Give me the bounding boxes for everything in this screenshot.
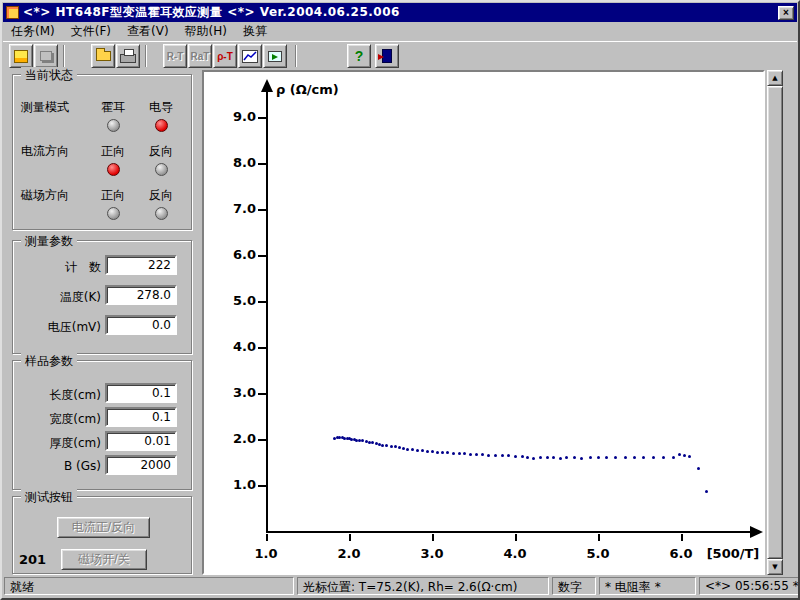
status-numlock: 数字 [552, 577, 596, 595]
scroll-down-icon: ▼ [772, 563, 777, 571]
data-point [463, 452, 466, 455]
field-toggle-button[interactable]: 磁场开/关 [61, 549, 147, 570]
stop-button[interactable] [34, 44, 58, 68]
data-point [494, 454, 497, 457]
menu-help[interactable]: 帮助(H) [177, 21, 235, 42]
length-label: 长度(cm) [17, 387, 101, 404]
data-point [361, 439, 364, 442]
status-cursor-info: 光标位置: T=75.2(K), Rh= 2.6(Ω·cm) [297, 577, 549, 595]
data-point [501, 454, 504, 457]
rat-curve-icon: RaT [191, 51, 210, 62]
voltage-input[interactable] [105, 315, 177, 335]
voltage-label: 电压(mV) [17, 319, 101, 336]
run-button[interactable] [9, 44, 33, 68]
graph-button[interactable] [238, 44, 262, 68]
y-tick [258, 393, 266, 395]
x-tick [266, 534, 268, 541]
x-axis-arrow [750, 526, 763, 538]
scroll-thumb[interactable] [767, 86, 783, 559]
width-label: 宽度(cm) [17, 411, 101, 428]
data-point [705, 490, 708, 493]
current-toggle-button[interactable]: 电流正/反向 [57, 517, 150, 538]
x-tick-label: 3.0 [412, 546, 452, 562]
current-reverse-led[interactable] [155, 163, 168, 176]
data-point [436, 451, 439, 454]
scroll-up-icon: ▲ [772, 74, 777, 82]
chart-area: ρ (Ω/cm) [500/T] 9.08.07.06.05.04.03.02.… [202, 70, 765, 575]
open-folder-icon [96, 51, 111, 61]
sample-params-group: 样品参数 长度(cm) 宽度(cm) 厚度(cm) B (Gs) [12, 360, 192, 490]
x-tick [432, 534, 434, 541]
y-tick-label: 9.0 [216, 109, 256, 125]
resistivity-chart[interactable]: ρ (Ω/cm) [500/T] 9.08.07.06.05.04.03.02.… [204, 72, 763, 573]
current-forward-label: 正向 [91, 143, 135, 160]
data-point [426, 450, 429, 453]
exit-door-icon [382, 49, 392, 63]
menu-convert[interactable]: 换算 [235, 21, 275, 42]
print-button[interactable] [116, 44, 140, 68]
rt-curve-button[interactable]: R-T [163, 44, 187, 68]
title-bar[interactable]: <*> HT648F型变温霍耳效应测量 <*> Ver.2004.06.25.0… [3, 3, 797, 22]
y-tick [258, 209, 266, 211]
menu-bar: 任务(M) 文件(F) 查看(V) 帮助(H) 换算 [3, 22, 797, 41]
data-point [431, 450, 434, 453]
current-reverse-label: 反向 [139, 143, 183, 160]
thickness-input[interactable] [105, 431, 177, 451]
data-point [402, 447, 405, 450]
data-point [521, 455, 524, 458]
rat-curve-button[interactable]: RaT [188, 44, 212, 68]
data-point [589, 456, 592, 459]
option-hall-label: 霍耳 [91, 99, 135, 116]
field-reverse-label: 反向 [139, 187, 183, 204]
hall-mode-led[interactable] [107, 119, 120, 132]
count-input[interactable] [105, 255, 177, 275]
toolbar-separator [145, 45, 147, 67]
conduct-mode-led[interactable] [155, 119, 168, 132]
scroll-down-button[interactable]: ▼ [767, 559, 783, 575]
close-button[interactable]: × [778, 6, 794, 20]
data-point [481, 453, 484, 456]
y-axis-arrow [261, 79, 273, 92]
rho-t-curve-button[interactable]: ρ-T [213, 44, 237, 68]
app-icon [6, 6, 19, 19]
y-tick-label: 4.0 [216, 339, 256, 355]
measure-params-group: 测量参数 计 数 温度(K) 电压(mV) [12, 240, 192, 354]
option-conduct-label: 电导 [139, 99, 183, 116]
x-tick [598, 534, 600, 541]
x-tick-label: 4.0 [495, 546, 535, 562]
x-tick-label: 1.0 [246, 546, 286, 562]
group-title: 测试按钮 [21, 489, 77, 506]
x-tick [681, 534, 683, 541]
y-tick-label: 2.0 [216, 431, 256, 447]
menu-view[interactable]: 查看(V) [119, 21, 177, 42]
thickness-label: 厚度(cm) [17, 435, 101, 452]
bfield-input[interactable] [105, 455, 177, 475]
export-button[interactable] [263, 44, 287, 68]
data-point [678, 453, 681, 456]
data-point [514, 455, 517, 458]
y-tick [258, 117, 266, 119]
exit-button[interactable] [375, 44, 399, 68]
help-button[interactable]: ? [347, 44, 371, 68]
bfield-label: B (Gs) [17, 459, 101, 473]
temperature-input[interactable] [105, 285, 177, 305]
group-title: 当前状态 [21, 67, 77, 84]
toolbar-separator [63, 45, 65, 67]
y-tick [258, 485, 266, 487]
open-button[interactable] [91, 44, 115, 68]
data-point [411, 448, 414, 451]
window-title: <*> HT648F型变温霍耳效应测量 <*> Ver.2004.06.25.0… [23, 4, 774, 21]
field-counter: 201 [19, 552, 46, 567]
current-forward-led[interactable] [107, 163, 120, 176]
data-point [652, 456, 655, 459]
menu-file[interactable]: 文件(F) [63, 21, 119, 42]
field-forward-led[interactable] [107, 207, 120, 220]
scroll-up-button[interactable]: ▲ [767, 70, 783, 86]
toolbar-separator [295, 45, 297, 67]
length-input[interactable] [105, 383, 177, 403]
x-tick-label: 6.0 [661, 546, 701, 562]
width-input[interactable] [105, 407, 177, 427]
field-reverse-led[interactable] [155, 207, 168, 220]
menu-task[interactable]: 任务(M) [3, 21, 63, 42]
x-tick [515, 534, 517, 541]
